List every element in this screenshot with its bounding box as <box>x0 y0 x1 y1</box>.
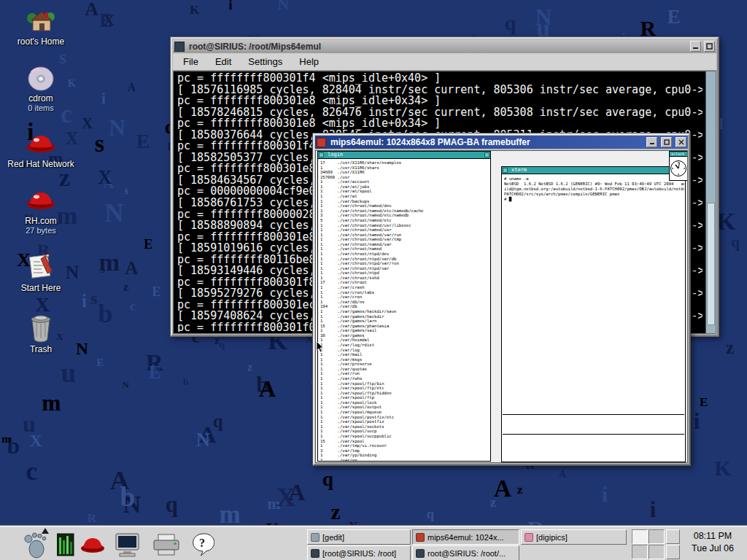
wallpaper-letter: z <box>517 482 523 497</box>
wallpaper-letter: i <box>101 90 106 108</box>
wallpaper-letter: s <box>100 262 104 276</box>
x11-resize-box[interactable] <box>484 152 489 158</box>
wallpaper-letter: N <box>109 115 125 141</box>
terminal-task-icon <box>311 549 320 558</box>
main-menu-foot-icon[interactable] <box>23 531 48 559</box>
menu-file[interactable]: File <box>183 56 198 67</box>
taskbar-button-gedit[interactable]: [gedit] <box>307 529 411 545</box>
desktop-icon-label: Start Here <box>6 283 76 293</box>
menu-help[interactable]: Help <box>299 56 319 67</box>
x11-iconify-box[interactable] <box>319 152 324 158</box>
workspace-1[interactable] <box>632 529 648 544</box>
wallpaper-letter: s <box>90 289 97 308</box>
start-here-icon <box>26 252 56 281</box>
desktop-icon-red-hat-network[interactable]: Red Hat Network <box>6 130 76 169</box>
desktop-icon-trash[interactable]: Trash <box>6 312 76 354</box>
desktop-icon-rh-com[interactable]: RH.com 27 bytes <box>6 187 76 236</box>
wallpaper-letter: i <box>694 408 700 435</box>
x11-xclock-titlebar[interactable]: xclock <box>670 152 687 157</box>
desktop-icon-roots-home[interactable]: root's Home <box>6 6 76 47</box>
wallpaper-letter: q <box>213 411 222 432</box>
menu-up-arrow-icon <box>42 528 49 534</box>
svg-text:?: ? <box>199 537 205 549</box>
desktop-icon-cdrom[interactable]: cdrom 0 items <box>6 66 76 113</box>
minimize-icon <box>692 43 699 50</box>
taskbar-button-label: [gedit] <box>322 533 344 542</box>
wallpaper-letter: z <box>726 338 734 358</box>
x11-xterm-title: xterm <box>511 167 527 174</box>
taskbar-button-label: [digipics] <box>536 533 568 542</box>
x11-xterm-window[interactable]: xterm # uname -a NetBSD 1.6.2 NetBSD 1.6… <box>501 166 686 462</box>
x11-login-titlebar[interactable]: login <box>318 152 490 159</box>
x11-login-window[interactable]: login 17 ./usr/X11R6/share/examples 1 ./… <box>317 151 491 462</box>
red-hat-icon <box>25 130 57 158</box>
desktop-icon-label: Trash <box>6 344 76 354</box>
wallpaper-letter: N <box>196 429 210 451</box>
x11-login-title: login <box>328 152 343 158</box>
workspace-3[interactable] <box>632 545 648 559</box>
desktop-icon-label: root's Home <box>6 36 76 47</box>
wallpaper-letter: c <box>26 457 36 486</box>
desktop-icon-label: cdrom <box>6 93 76 104</box>
wallpaper-letter: X <box>98 166 112 189</box>
maximize-button[interactable] <box>704 41 715 52</box>
taskbar-button-digipics[interactable]: [digipics] <box>521 529 627 545</box>
wallpaper-letter: m <box>220 500 241 529</box>
terminal-titlebar[interactable]: root@SIRIUS: /root/Mips64emul <box>173 39 716 53</box>
wallpaper-letter: E <box>667 6 681 28</box>
workspace-2[interactable] <box>649 529 665 544</box>
login-file-list: 17 ./usr/X11R6/share/examples 1 ./usr/X1… <box>320 160 490 461</box>
x11-iconify-box[interactable] <box>503 168 508 173</box>
wallpaper-letter: b <box>98 298 112 329</box>
wallpaper-letter: A <box>125 257 138 279</box>
wallpaper-letter: E <box>149 362 161 384</box>
wallpaper-letter: N <box>277 0 289 14</box>
wallpaper-letter: N <box>104 198 123 228</box>
wallpaper-letter: K <box>714 456 731 481</box>
wallpaper-letter: A <box>259 376 276 402</box>
wallpaper-letter: z <box>247 360 252 375</box>
wallpaper-letter: E <box>99 9 113 32</box>
terminal-scrollbar[interactable] <box>705 71 716 333</box>
minimize-button[interactable] <box>690 41 701 52</box>
wallpaper-letter: A <box>559 468 567 481</box>
terminal-task-icon <box>416 549 425 558</box>
printer-launcher-icon[interactable] <box>152 533 181 556</box>
minimize-button[interactable] <box>646 137 657 147</box>
terminal-launcher-icon[interactable] <box>114 532 142 557</box>
desktop-icon-start-here[interactable]: Start Here <box>6 252 76 293</box>
taskbar-button-terminal-mips[interactable]: root@SIRIUS: /root/... <box>412 545 519 560</box>
x11-cursor-icon <box>317 341 324 353</box>
clock-applet[interactable]: 08:11 PM Tue Jul 06 <box>681 530 744 559</box>
wallpaper-letter: A <box>494 475 511 502</box>
framebuffer-title: mips64emul: 1024x864x8 PMAG-BA framebuff… <box>328 137 643 147</box>
wallpaper-letter: c <box>130 298 136 314</box>
wallpaper-letter: q <box>322 468 333 491</box>
taskbar-button-label: [root@SIRIUS: /root] <box>322 549 396 558</box>
framebuffer-display[interactable]: login 17 ./usr/X11R6/share/examples 1 ./… <box>315 150 688 463</box>
menu-edit[interactable]: Edit <box>215 56 231 67</box>
wallpaper-letter: A <box>127 81 135 94</box>
wallpaper-letter: z <box>123 280 129 295</box>
wallpaper-letter: s <box>124 184 128 197</box>
wallpaper-letter: X <box>276 481 296 513</box>
mixer-levels-icon[interactable] <box>57 532 74 557</box>
menu-settings[interactable]: Settings <box>248 56 282 67</box>
wallpaper-letter: E <box>97 357 104 369</box>
x11-xclock-window[interactable]: xclock <box>669 151 688 181</box>
help-icon[interactable]: ? <box>191 532 214 557</box>
terminal-scrollbar-thumb[interactable] <box>707 203 715 326</box>
taskbar-button-mips64emul[interactable]: mips64emul: 1024x... <box>412 529 519 545</box>
x11-xclock-title: xclock <box>671 152 684 157</box>
taskbar-button-terminal-root[interactable]: [root@SIRIUS: /root] <box>307 545 411 560</box>
framebuffer-titlebar[interactable]: mips64emul: 1024x864x8 PMAG-BA framebuff… <box>315 136 688 149</box>
wallpaper-letter: m <box>42 390 61 416</box>
maximize-button[interactable] <box>661 137 672 147</box>
x11-xterm-titlebar[interactable]: xterm <box>502 167 685 174</box>
close-button[interactable] <box>676 137 686 147</box>
red-hat-launcher-icon[interactable] <box>79 534 107 556</box>
desktop: qiEzXiiXqAscbNsNANRmNmEEEbqNiRbKiRzNEiAX… <box>0 0 747 560</box>
wallpaper-letter: R <box>88 511 97 526</box>
wallpaper-letter: u <box>61 357 76 389</box>
workspace-4[interactable] <box>649 545 665 559</box>
